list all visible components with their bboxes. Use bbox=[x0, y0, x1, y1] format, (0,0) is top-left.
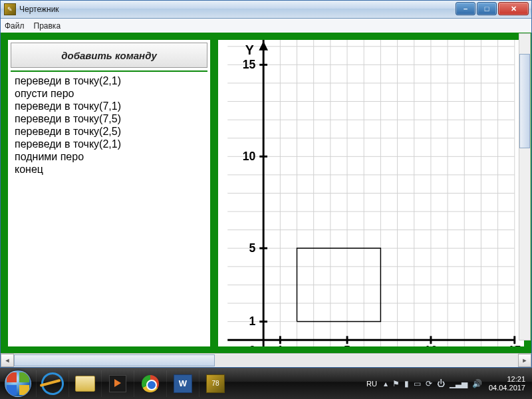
clock[interactable]: 12:21 04.04.2017 bbox=[489, 375, 525, 392]
svg-text:10: 10 bbox=[424, 344, 438, 346]
word-icon: W bbox=[174, 374, 192, 393]
vscroll-thumb[interactable] bbox=[519, 54, 530, 148]
taskbar-ie[interactable] bbox=[36, 370, 68, 397]
titlebar[interactable]: ✎ Чертежник – □ ✕ bbox=[1, 1, 531, 19]
svg-text:15: 15 bbox=[243, 58, 256, 71]
command-line[interactable]: переведи в точку(2,5) bbox=[15, 125, 203, 138]
command-line[interactable]: подними перо bbox=[15, 150, 203, 163]
taskbar-apps: W 78 bbox=[36, 368, 231, 399]
menu-file[interactable]: Файл bbox=[5, 21, 25, 31]
taskbar-word[interactable]: W bbox=[166, 370, 199, 397]
svg-text:5: 5 bbox=[249, 241, 256, 255]
chevron-up-icon[interactable]: ▴ bbox=[384, 379, 388, 388]
command-panel: добавить команду переведи в точку(2,1)оп… bbox=[7, 39, 211, 347]
scroll-left-button[interactable]: ◄ bbox=[1, 354, 14, 367]
system-tray: RU ▴ ⚑ ▮ ▭ ⟳ ⏻ ▁▃▅ 🔊 12:21 04.04.2017 bbox=[366, 368, 532, 399]
menubar: Файл Правка bbox=[1, 19, 531, 34]
taskbar-chrome[interactable] bbox=[134, 370, 166, 397]
volume-icon[interactable]: 🔊 bbox=[472, 379, 482, 388]
horizontal-scrollbar[interactable]: ◄ ► bbox=[1, 353, 531, 367]
command-line[interactable]: переведи в точку(2,1) bbox=[15, 74, 203, 87]
menu-edit[interactable]: Правка bbox=[34, 21, 61, 31]
command-line[interactable]: переведи в точку(2,1) bbox=[15, 138, 203, 150]
ie-icon bbox=[39, 370, 66, 398]
maximize-button[interactable]: □ bbox=[477, 2, 497, 15]
scroll-thumb[interactable] bbox=[14, 354, 215, 366]
minimize-button[interactable]: – bbox=[456, 2, 475, 15]
close-button[interactable]: ✕ bbox=[498, 2, 529, 15]
scroll-track[interactable] bbox=[14, 354, 518, 366]
command-list[interactable]: переведи в точку(2,1)опусти перопереведи… bbox=[11, 70, 207, 344]
network-icon[interactable]: ▮ bbox=[404, 379, 409, 388]
plot-svg: 1510151510150Y bbox=[218, 40, 524, 346]
taskbar-app[interactable]: 78 bbox=[199, 370, 231, 397]
command-line[interactable]: опусти перо bbox=[15, 87, 203, 100]
command-line[interactable]: переведи в точку(7,5) bbox=[15, 112, 203, 125]
windows-orb-icon bbox=[5, 370, 31, 397]
svg-text:10: 10 bbox=[243, 150, 256, 163]
svg-text:Y: Y bbox=[245, 43, 254, 57]
start-button[interactable] bbox=[0, 368, 36, 399]
clock-date: 04.04.2017 bbox=[489, 384, 525, 392]
media-player-icon bbox=[109, 375, 126, 392]
battery-icon[interactable]: ▭ bbox=[414, 379, 421, 388]
command-line[interactable]: переведи в точку(7,1) bbox=[15, 100, 203, 112]
drawing-canvas[interactable]: 1510151510150Y bbox=[217, 39, 525, 347]
language-indicator[interactable]: RU bbox=[366, 380, 377, 388]
vertical-scrollbar[interactable] bbox=[519, 33, 531, 340]
app-taskbar-icon: 78 bbox=[206, 374, 225, 393]
taskbar-explorer[interactable] bbox=[68, 370, 101, 397]
tray-icons[interactable]: ▴ ⚑ ▮ ▭ ⟳ ⏻ ▁▃▅ 🔊 bbox=[384, 379, 482, 388]
window-title: Чертежник bbox=[19, 5, 59, 14]
app-icon: ✎ bbox=[4, 3, 16, 15]
app-frame: добавить команду переведи в точку(2,1)оп… bbox=[1, 33, 531, 354]
flag-icon[interactable]: ⚑ bbox=[392, 379, 400, 388]
svg-text:5: 5 bbox=[344, 344, 350, 346]
taskbar-mediaplayer[interactable] bbox=[101, 370, 134, 397]
svg-marker-35 bbox=[259, 41, 268, 51]
client-area: добавить команду переведи в точку(2,1)оп… bbox=[1, 33, 531, 354]
command-line[interactable]: конец bbox=[15, 163, 203, 176]
taskbar[interactable]: W 78 RU ▴ ⚑ ▮ ▭ ⟳ ⏻ ▁▃▅ 🔊 12:21 04.04.20… bbox=[0, 368, 532, 399]
svg-text:15: 15 bbox=[508, 344, 521, 346]
svg-text:1: 1 bbox=[277, 344, 283, 346]
signal-icon[interactable]: ▁▃▅ bbox=[450, 379, 467, 388]
svg-text:0: 0 bbox=[249, 344, 256, 346]
clock-time: 12:21 bbox=[489, 375, 525, 384]
svg-text:1: 1 bbox=[249, 315, 256, 328]
chrome-icon bbox=[142, 375, 159, 392]
window-buttons: – □ ✕ bbox=[456, 2, 529, 15]
app-window: ✎ Чертежник – □ ✕ Файл Правка добавить к… bbox=[0, 0, 532, 368]
add-command-button[interactable]: добавить команду bbox=[11, 43, 207, 68]
scroll-right-button[interactable]: ► bbox=[518, 354, 531, 367]
wifi-icon[interactable]: ⏻ bbox=[437, 379, 445, 388]
folder-icon bbox=[75, 376, 95, 392]
sync-icon[interactable]: ⟳ bbox=[426, 379, 432, 388]
